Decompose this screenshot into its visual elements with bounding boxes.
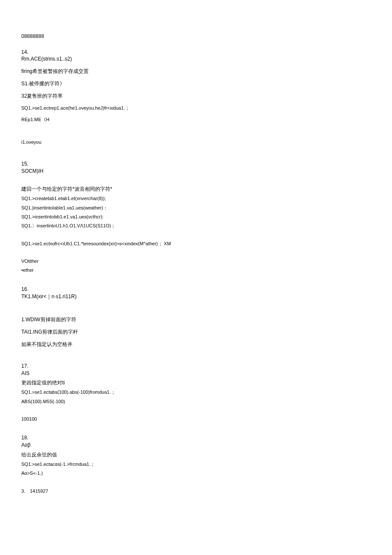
item-16-num: 16. [21,286,38,293]
item-15-num: 15. [21,160,38,168]
text: 32夏售班的字符率 [21,93,345,100]
text: SQ1.>se1.ectrep1.ace(he1.oveyou.heJ)fr<x… [21,105,345,111]
item-16-body: TK1.M(xir<｜n·s1.ri11R) 1.WDIW剪掉前面的字符 TAI… [21,293,345,353]
text: firing希里被警挨的字存成交置 [21,68,345,75]
item-18-body: Aαβ 给出反余弦的值 SQ1.>se1.ectacαs(-1.>frcmdua… [21,442,345,497]
text: •ether [21,267,345,273]
text: REp1.ME《H [21,116,345,123]
text: SQ1.>se1.ectacαs(-1.>frcmdua1.； [21,461,345,468]
item-14-body: Rm.ACE(strins.s1..s2) firing希里被警挨的字存成交置 … [21,55,345,151]
item-14-num: 14. [21,49,38,56]
text: 3. 1415927 [21,488,345,494]
line-0: 08888888 [21,33,345,45]
text: ABS(100).M5S(-100) [21,398,345,405]
text: 如果不指定认为空格并 [21,341,345,348]
text: SQ1.)insertintoIabIe1.va1.ues(weather)： [21,205,345,211]
item-17-body: AIS 更凶指定值的绝对ti SQ1.>se1.ectabs(100).abs(… [21,370,345,425]
text: S1.被停攫的字符》 [21,80,345,87]
document-page: 08888888 14. Rm.ACE(strins.s1..s2) firin… [0,0,392,555]
text: 给出反余弦的值 [21,451,345,459]
text: SQ1.>insertintotiιb1.e1.va1.ues(vcthcr): [21,214,345,220]
text: TAI1.ING剪律后面的字杆 [21,328,345,336]
text: 100100 [21,416,345,422]
text: SQ1.>se1.ectxαfrc<ιUb1.C1.*teresoundex(x… [21,241,345,247]
item-17-num: 17. [21,363,38,370]
text: SQ1.>se1.ectabs(100).abs(-100)fromdua1.； [21,389,345,395]
item-15-title: SOCM)IH [21,168,345,175]
text: SQ1.>createtab1.etab1.et(xnverchar(8)); [21,195,345,202]
text: Aα>S<-1.) [21,470,345,477]
text: 08888888 [21,33,345,40]
item-18-title: Aαβ [21,442,345,449]
text: VOtither [21,258,345,264]
item-15-body: SOCM)IH 建回一个与给定的字符*波音相同的字符* SQ1.>createt… [21,168,345,276]
item-18-num: 18. [21,434,38,442]
text: i1.oveyou [21,139,345,145]
text: SQ1.〉insertintoU1.h1.O1.VΛ1UCS(S11O)； [21,223,345,229]
text: 建回一个与给定的字符*波音相同的字符* [21,186,345,193]
item-14-title: Rm.ACE(strins.s1..s2) [21,55,345,63]
item-17-title: AIS [21,370,345,377]
item-16-title: TK1.M(xir<｜n·s1.ri11R) [21,293,345,300]
text: 1.WDIW剪掉前面的字符 [21,316,345,323]
text: 更凶指定值的绝对ti [21,379,345,386]
